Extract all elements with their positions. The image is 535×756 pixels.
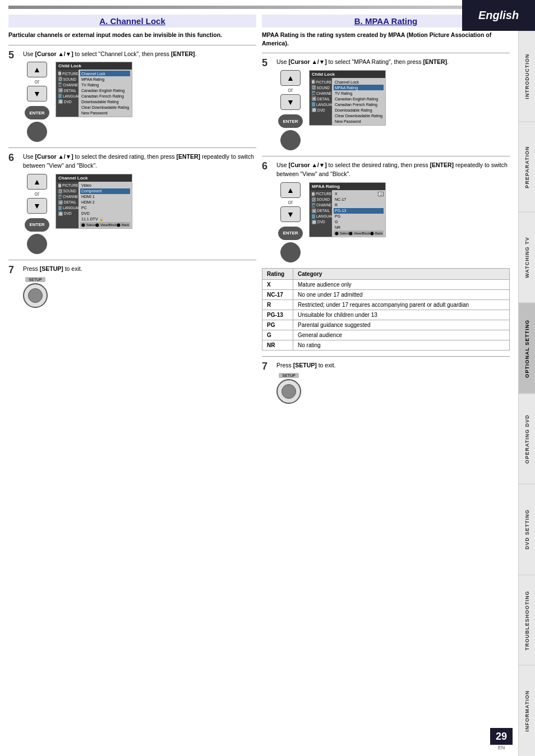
- main-content: A. Channel Lock Particular channels or e…: [0, 0, 518, 421]
- tv-sidebar-cl-channel: 📺CHANNEL: [57, 194, 77, 200]
- down-arrow-btn-6: ▼: [27, 198, 47, 214]
- channel-lock-screen-body: 🖼PICTURE 🔊SOUND 📺CHANNEL ⚙DETAIL 🌐LANGUA…: [56, 182, 132, 228]
- step7-right-text: Press [SETUP] to exit.: [276, 361, 510, 370]
- col-category-header: Category: [293, 268, 510, 279]
- enter-btn: [27, 122, 47, 142]
- remote-right-6: ▲ or ▼ ENTER: [276, 182, 305, 262]
- step6-right-number: 6: [262, 161, 273, 171]
- mpaa-x-icon: ◎: [378, 192, 384, 196]
- mpaa-rating-desc: MPAA Rating is the rating system created…: [262, 31, 510, 47]
- tv-sidebar-cl-language: 🌐LANGUAGE: [57, 205, 77, 211]
- tv-sidebar-m-sound: 🔊SOUND: [311, 197, 331, 202]
- tab-preparation[interactable]: PREPARATION: [519, 122, 535, 213]
- channel-lock-desc: Particular channels or external input mo…: [8, 31, 256, 39]
- remote-left-6: ▲ or ▼ ENTER: [23, 174, 51, 254]
- table-row: PGParental guidance suggested: [262, 320, 510, 330]
- step6-left-text: Use [Cursor ▲/▼] to select the desired r…: [23, 153, 256, 170]
- step5-left: 5 Use [Cursor ▲/▼] to select "Channel Lo…: [8, 50, 256, 142]
- category-cell: Unsuitable for children under 13: [293, 310, 510, 320]
- mpaa-g: G: [334, 219, 384, 225]
- tv-sidebar-sound: 🔊SOUND: [57, 76, 77, 82]
- child-lock-menu-screen-right: Child Lock 🖼PICTURE 🔊SOUND 📺CHANNEL ⚙DET…: [309, 70, 386, 126]
- tv-sidebar-dvd: 💿DVD: [57, 99, 77, 104]
- col-rating-header: Rating: [262, 268, 293, 279]
- tab-introduction[interactable]: INTRODUCTION: [519, 31, 535, 122]
- setup-label-right: SETUP: [279, 373, 298, 378]
- rating-cell: G: [262, 330, 293, 340]
- cl-dtv: 11.1 DTV 🔒: [80, 216, 130, 222]
- mpaa-nc17: NC-17: [334, 197, 384, 202]
- mpaa-r: R: [334, 202, 384, 208]
- step6-left: 6 Use [Cursor ▲/▼] to select the desired…: [8, 153, 256, 254]
- setup-btn-right: SETUP: [276, 373, 301, 404]
- tab-troubleshooting[interactable]: TROUBLESHOOTING: [519, 575, 535, 666]
- menu-r-new-password: New Password: [334, 118, 384, 124]
- step7-left-number: 7: [8, 265, 20, 275]
- menu-downloadable: Downloadable Rating: [80, 99, 130, 104]
- setup-btn-left: SETUP: [23, 277, 48, 308]
- down-arrow-btn-r5: ▼: [280, 94, 301, 110]
- child-lock-menu-screen-left: Child Lock 🖼PICTURE 🔊SOUND 📺CHANNEL ⚙DET…: [56, 62, 132, 117]
- table-row: NRNo rating: [262, 340, 510, 350]
- step6-right-text: Use [Cursor ▲/▼] to select the desired r…: [276, 161, 510, 179]
- enter-btn-r6: [280, 242, 301, 262]
- tab-optional-setting[interactable]: OPTIONAL SETTING: [519, 303, 535, 394]
- up-arrow-btn: ▲: [27, 62, 47, 77]
- mpaa-items: X ◎ NC-17 R PG-13 PG G NR: [332, 190, 385, 237]
- tab-watching-tv[interactable]: WATCHING TV: [519, 212, 535, 303]
- tab-operating-dvd[interactable]: OPERATING DVD: [519, 394, 535, 485]
- tv-sidebar-r-sound: 🔊SOUND: [311, 85, 331, 90]
- category-cell: No rating: [293, 340, 510, 350]
- or-label-6: or: [35, 191, 40, 197]
- step7-right-number: 7: [262, 361, 273, 371]
- child-lock-menu-items-r: Channel Lock MPAA Rating TV Rating Canad…: [332, 78, 385, 125]
- cl-hdmi1: HDMI 1: [80, 194, 130, 200]
- down-arrow-btn: ▼: [27, 86, 47, 102]
- child-lock-body-r: 🖼PICTURE 🔊SOUND 📺CHANNEL ⚙DETAIL 🌐LANGUA…: [310, 78, 385, 125]
- tv-sidebar-right: 🖼PICTURE 🔊SOUND 📺CHANNEL ⚙DETAIL 🌐LANGUA…: [310, 78, 332, 125]
- step7-right: 7 Press [SETUP] to exit. SETUP: [262, 361, 510, 404]
- category-cell: General audience: [293, 330, 510, 340]
- page-number-area: 29 EN: [490, 728, 513, 750]
- tv-sidebar-r-detail: ⚙DETAIL: [311, 96, 331, 102]
- category-cell: Parental guidance suggested: [293, 320, 510, 330]
- tv-sidebar-cl-picture: 🖼PICTURE: [57, 183, 77, 188]
- page-number: 29: [490, 728, 513, 745]
- step6-right-visual: ▲ or ▼ ENTER MPAA Rating: [276, 182, 510, 262]
- tv-sidebar-m-dvd: 💿DVD: [311, 219, 331, 225]
- tv-sidebar-r-language: 🌐LANGUAGE: [311, 102, 331, 107]
- enter-label-r6: ENTER: [278, 227, 303, 240]
- tv-sidebar-channel: 📺CHANNEL: [57, 82, 77, 87]
- up-arrow-btn-r6: ▲: [280, 182, 301, 198]
- mpaa-footer: ⬤ Select⬤ View/Block⬤ Back: [334, 231, 384, 236]
- up-arrow-btn-6: ▲: [27, 174, 47, 190]
- mpaa-nr: NR: [334, 225, 384, 231]
- tv-sidebar-m-detail: ⚙DETAIL: [311, 208, 331, 214]
- menu-canadian-french: Canadian French Rating: [80, 93, 130, 99]
- rating-cell: PG-13: [262, 310, 293, 320]
- mpaa-screen-body: 🖼PICTURE 🔊SOUND 📺CHANNEL ⚙DETAIL 🌐LANGUA…: [310, 190, 385, 237]
- mpaa-pg: PG: [334, 214, 384, 219]
- tv-sidebar-r-channel: 📺CHANNEL: [311, 90, 331, 96]
- tab-information[interactable]: INFORMATION: [519, 665, 535, 756]
- table-row: XMature audience only: [262, 279, 510, 289]
- cl-video: Video: [80, 183, 130, 188]
- channel-lock-screen: Channel Lock 🖼PICTURE 🔊SOUND 📺CHANNEL ⚙D…: [56, 174, 132, 229]
- setup-circle-right: [276, 379, 301, 404]
- step7-left-text: Press [SETUP] to exit.: [23, 265, 256, 274]
- two-col-layout: A. Channel Lock Particular channels or e…: [8, 15, 510, 409]
- tab-dvd-setting[interactable]: DVD SETTING: [519, 484, 535, 575]
- category-cell: Restricted; under 17 requires accompanyi…: [293, 299, 510, 310]
- tv-sidebar-cl-dvd: 💿DVD: [57, 211, 77, 216]
- tv-sidebar-language: 🌐LANGUAGE: [57, 93, 77, 99]
- menu-new-password: New Password: [80, 110, 130, 116]
- rating-cell: NC-17: [262, 289, 293, 299]
- section-tabs: INTRODUCTION PREPARATION WATCHING TV OPT…: [518, 31, 535, 756]
- menu-mpaa-rating: MPAA Rating: [80, 76, 130, 82]
- menu-r-mpaa-rating: MPAA Rating: [334, 85, 384, 90]
- or-label-r6: or: [288, 199, 293, 205]
- step7-left: 7 Press [SETUP] to exit. SETUP: [8, 265, 256, 308]
- language-label: English: [478, 9, 519, 22]
- enter-btn-r5: [280, 130, 301, 150]
- tv-sidebar-cl-sound: 🔊SOUND: [57, 188, 77, 194]
